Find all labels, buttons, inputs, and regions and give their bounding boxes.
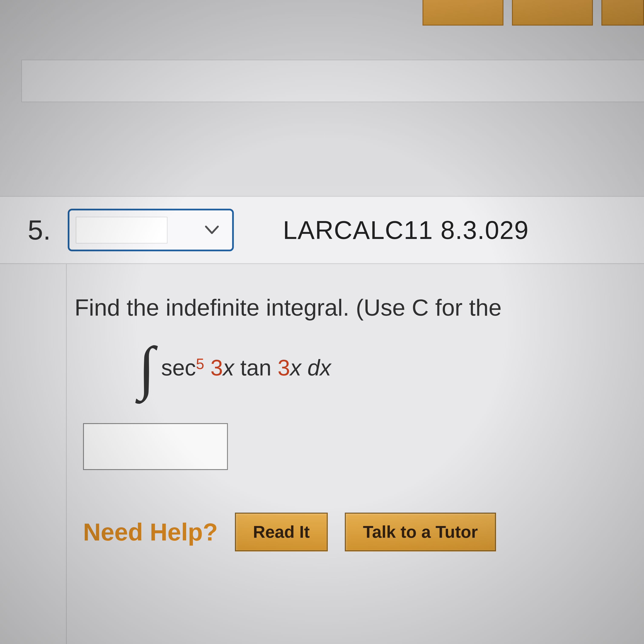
chevron-down-icon — [204, 225, 219, 235]
talk-to-tutor-button[interactable]: Talk to a Tutor — [345, 513, 496, 551]
var-1: x — [223, 355, 234, 381]
differential: dx — [308, 355, 331, 381]
answer-input[interactable] — [83, 423, 228, 470]
var-2: x — [290, 355, 301, 381]
question-number: 5. — [28, 214, 51, 246]
question-body: Find the indefinite integral. (Use C for… — [0, 264, 644, 644]
previous-question-container — [21, 60, 644, 102]
integral-symbol: ∫ — [138, 338, 155, 398]
sec-function: sec — [161, 355, 196, 381]
math-expression: ∫ sec5 3x tan 3x dx — [138, 338, 644, 398]
tan-function: tan — [240, 355, 271, 381]
instruction-text: Find the indefinite integral. (Use C for… — [75, 294, 644, 321]
question-header: 5. LARCALC11 8.3.029 — [0, 196, 644, 264]
top-orange-button-3[interactable] — [601, 0, 644, 26]
vertical-divider — [66, 264, 67, 644]
top-orange-button-2[interactable] — [512, 0, 593, 26]
integrand: sec5 3x tan 3x dx — [161, 355, 331, 381]
coef-2: 3 — [277, 355, 290, 381]
question-reference: LARCALC11 8.3.029 — [283, 215, 529, 245]
coef-1: 3 — [210, 355, 223, 381]
read-it-button[interactable]: Read It — [235, 513, 328, 551]
help-section: Need Help? Read It Talk to a Tutor — [83, 513, 644, 551]
dropdown-value-box — [76, 217, 167, 243]
points-dropdown[interactable] — [68, 209, 234, 251]
exponent: 5 — [196, 355, 204, 372]
need-help-label: Need Help? — [83, 518, 218, 546]
top-orange-button-1[interactable] — [423, 0, 503, 26]
